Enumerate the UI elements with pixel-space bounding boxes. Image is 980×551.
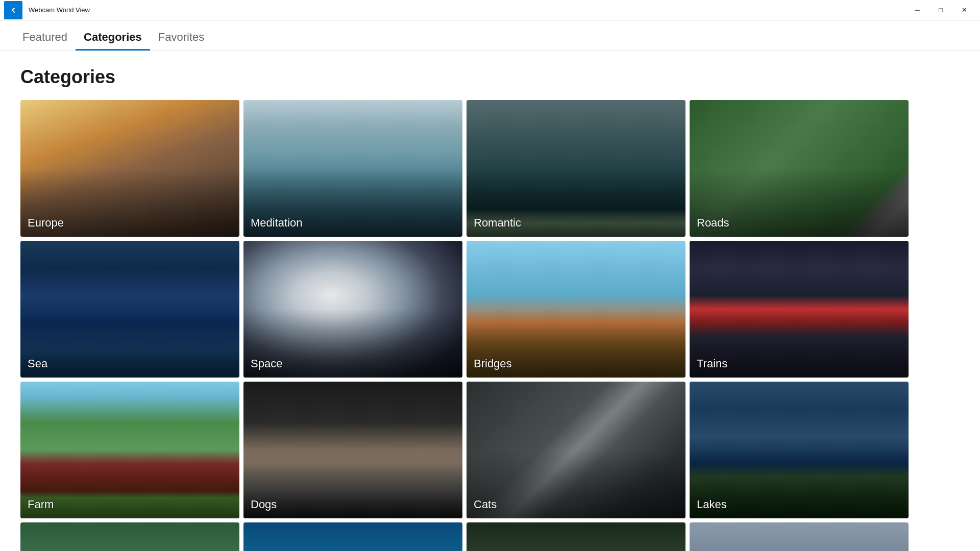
category-label-cats: Cats — [474, 498, 497, 511]
category-label-meditation: Meditation — [251, 216, 303, 230]
category-card-cats[interactable]: Cats — [467, 382, 685, 518]
app-title: Webcam World View — [22, 6, 905, 14]
category-card-europe[interactable]: Europe — [20, 100, 239, 237]
card-overlay — [467, 450, 685, 518]
category-card-dogs[interactable]: Dogs — [243, 382, 462, 518]
category-label-bridges: Bridges — [474, 357, 512, 370]
category-card-romantic[interactable]: Romantic — [467, 100, 685, 237]
category-card-liberty[interactable] — [690, 522, 909, 551]
main-nav: Featured Categories Favorites — [0, 20, 980, 51]
category-card-lakes[interactable]: Lakes — [690, 382, 909, 518]
category-card-farm[interactable]: Farm — [20, 382, 239, 518]
category-label-europe: Europe — [28, 216, 64, 230]
category-card-sea[interactable]: Sea — [20, 241, 239, 378]
title-bar: Webcam World View ─ □ ✕ — [0, 0, 980, 20]
maximize-button[interactable]: □ — [929, 0, 952, 20]
card-overlay — [20, 309, 239, 378]
nav-featured[interactable]: Featured — [14, 26, 76, 51]
category-label-trains: Trains — [697, 357, 727, 370]
category-card-underwater[interactable] — [243, 522, 462, 551]
minimize-button[interactable]: ─ — [905, 0, 929, 20]
back-button[interactable] — [4, 1, 22, 19]
category-label-dogs: Dogs — [251, 498, 277, 511]
category-card-roads[interactable]: Roads — [690, 100, 909, 237]
window-controls: ─ □ ✕ — [905, 0, 976, 20]
category-label-farm: Farm — [28, 498, 54, 511]
category-label-sea: Sea — [28, 357, 47, 370]
category-card-trains[interactable]: Trains — [690, 241, 909, 378]
category-label-space: Space — [251, 357, 282, 370]
category-card-meditation[interactable]: Meditation — [243, 100, 462, 237]
category-label-lakes: Lakes — [697, 498, 727, 511]
category-card-forest[interactable] — [467, 522, 685, 551]
category-card-space[interactable]: Space — [243, 241, 462, 378]
nav-favorites[interactable]: Favorites — [150, 26, 212, 51]
category-card-river[interactable] — [20, 522, 239, 551]
close-button[interactable]: ✕ — [952, 0, 976, 20]
category-label-romantic: Romantic — [474, 216, 521, 230]
page-heading: Categories — [20, 66, 909, 88]
category-card-bridges[interactable]: Bridges — [467, 241, 685, 378]
category-label-roads: Roads — [697, 216, 729, 230]
page-content: Categories EuropeMeditationRomanticRoads… — [0, 51, 980, 551]
nav-categories[interactable]: Categories — [76, 26, 150, 51]
categories-grid: EuropeMeditationRomanticRoadsSeaSpaceBri… — [20, 100, 909, 551]
